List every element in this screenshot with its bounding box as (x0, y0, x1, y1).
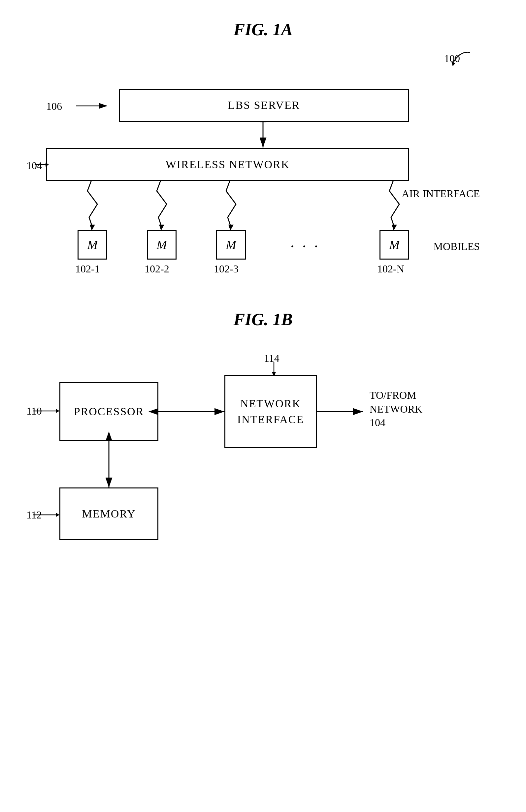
mobile-3-box: M (216, 230, 246, 260)
mobile-n-label: M (389, 237, 400, 252)
wireless-network-label: WIRELESS NETWORK (166, 158, 290, 171)
lbs-server-label: LBS SERVER (228, 99, 300, 112)
mobile-1-label: M (87, 237, 98, 252)
mobile-2-box: M (147, 230, 176, 260)
ref-112-arrow (31, 509, 61, 521)
mobile-2-label: M (156, 237, 167, 252)
ref-102-n: 102-N (377, 263, 404, 275)
fig1b-title: FIG. 1B (26, 310, 500, 329)
network-interface-box: NETWORK INTERFACE (224, 375, 317, 448)
memory-label: MEMORY (82, 508, 136, 520)
mobile-3-label: M (226, 237, 236, 252)
svg-marker-0 (452, 62, 455, 66)
memory-box: MEMORY (59, 488, 158, 540)
svg-marker-11 (45, 163, 49, 166)
dots-label: · · · (290, 237, 320, 255)
ref-102-3: 102-3 (214, 263, 239, 275)
ref-104-arrow (33, 159, 49, 171)
ref-110-arrow (31, 405, 61, 417)
fig1b-section: FIG. 1B 114 PROCESSOR 110 (26, 310, 500, 573)
ref-102-1: 102-1 (75, 263, 100, 275)
lbs-server-box: LBS SERVER (119, 89, 409, 122)
mobile-1-box: M (77, 230, 107, 260)
ref-102-2: 102-2 (144, 263, 169, 275)
wireless-network-box: WIRELESS NETWORK (46, 148, 409, 181)
page-container: FIG. 1A 100 (0, 0, 526, 812)
processor-box: PROCESSOR (59, 382, 158, 441)
air-interface-label: AIR INTERFACE (402, 188, 480, 200)
svg-marker-22 (56, 513, 59, 517)
svg-marker-15 (56, 409, 59, 413)
fig1a-diagram: LBS SERVER 106 WIRELESS NETWORK (26, 72, 500, 277)
processor-label: PROCESSOR (74, 405, 144, 418)
to-from-network-label: TO/FROM NETWORK 104 (370, 389, 422, 430)
mobiles-label: MOBILES (433, 241, 480, 252)
network-interface-label: NETWORK INTERFACE (237, 396, 304, 427)
fig1a-section: FIG. 1A 100 (26, 20, 500, 277)
ref-100-arrow (440, 49, 480, 72)
fig1b-diagram: 114 PROCESSOR 110 NETWORK (26, 342, 500, 573)
fig1a-title: FIG. 1A (26, 20, 500, 39)
mobile-n-box: M (380, 230, 409, 260)
ref-106-arrow (59, 99, 119, 113)
